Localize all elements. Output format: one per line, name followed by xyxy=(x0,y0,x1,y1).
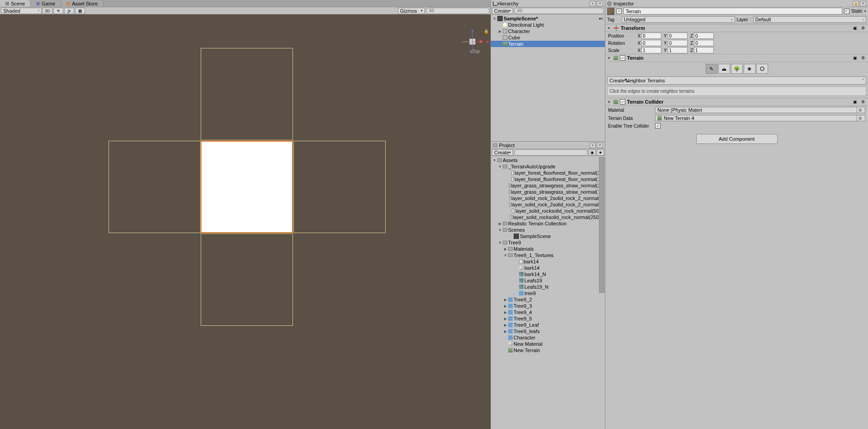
scale-x-input[interactable] xyxy=(642,47,661,53)
expand-icon[interactable]: ▶ xyxy=(503,247,508,251)
expand-icon[interactable]: ▼ xyxy=(492,17,497,21)
picker-icon[interactable]: ⊙ xyxy=(857,107,863,113)
collider-enabled-checkbox[interactable] xyxy=(620,99,625,105)
expand-icon[interactable]: ▶ xyxy=(503,317,508,321)
project-item[interactable]: layer_solid_rock_2solid_rock_2_normal(2 xyxy=(491,201,605,208)
add-component-button[interactable]: Add Component xyxy=(696,134,778,144)
project-item[interactable]: ▼Scenes xyxy=(491,227,605,233)
effects-toggle[interactable]: ▦ xyxy=(75,8,85,14)
project-item[interactable]: ▶Tree9_2 xyxy=(491,296,605,303)
gizmos-dropdown[interactable]: Gizmos▾ xyxy=(398,8,425,14)
scale-z-input[interactable] xyxy=(694,47,714,53)
2d-toggle[interactable]: 2D xyxy=(42,8,52,14)
gear-icon[interactable]: ⚙ xyxy=(860,25,866,31)
tab-asset-store[interactable]: Asset Store xyxy=(61,0,104,7)
project-item[interactable]: layer_solid_rocksolid_rock_normal(50.0 xyxy=(491,208,605,214)
terrain-component-header[interactable]: ▼ Terrain ▣ ⚙ xyxy=(605,54,868,62)
layer-dropdown[interactable]: Default÷ xyxy=(753,16,867,23)
terrain-tool-settings[interactable] xyxy=(756,64,768,74)
tab-scene[interactable]: Scene xyxy=(0,0,31,7)
project-item[interactable]: ▼Tree9 xyxy=(491,239,605,246)
tag-dropdown[interactable]: Untagged÷ xyxy=(622,16,735,23)
hierarchy-item-cube[interactable]: Cube xyxy=(491,34,605,41)
project-item[interactable]: Leafs19 xyxy=(491,277,605,284)
project-item[interactable]: layer_solid_rocksolid_rock_normal(250.0 xyxy=(491,214,605,220)
static-checkbox[interactable] xyxy=(844,9,849,14)
project-item[interactable]: layer_forest_floorforest_floor_normal(25 xyxy=(491,170,605,176)
rotation-y-input[interactable] xyxy=(668,40,688,46)
expand-icon[interactable]: ▶ xyxy=(497,29,503,33)
terrain-tool-neighbor[interactable]: ✎ xyxy=(706,64,717,74)
scene-dropdown-icon[interactable]: ▾≡ xyxy=(599,17,603,21)
project-item[interactable]: SampleScene xyxy=(491,233,605,239)
expand-icon[interactable]: ▼ xyxy=(503,253,508,257)
project-item[interactable]: ▶Tree9_Leaf xyxy=(491,322,605,328)
position-z-input[interactable] xyxy=(694,33,714,39)
project-item[interactable]: ▶Tree9_leafs xyxy=(491,328,605,334)
project-scrollbar[interactable] xyxy=(599,156,605,429)
project-item[interactable]: Leafs19_N xyxy=(491,284,605,290)
hierarchy-lock-icon[interactable]: ▪ xyxy=(590,1,596,6)
expand-icon[interactable]: ▼ xyxy=(607,26,612,30)
project-search-input[interactable] xyxy=(514,149,588,156)
expand-icon[interactable]: ▶ xyxy=(503,298,508,302)
project-item[interactable]: ▶Materials xyxy=(491,246,605,252)
project-item[interactable]: bark14 xyxy=(491,258,605,265)
expand-icon[interactable]: ▼ xyxy=(497,241,503,245)
expand-icon[interactable]: ▼ xyxy=(497,228,503,232)
hierarchy-create-button[interactable]: Create ▾ xyxy=(492,8,513,14)
terrain-neighbor-left[interactable] xyxy=(108,141,201,233)
collider-material-field[interactable]: None (Physic Materi⊙ xyxy=(655,107,865,113)
tree-collider-checkbox[interactable] xyxy=(655,123,660,129)
terrain-tool-trees[interactable]: 🌳 xyxy=(731,64,743,74)
object-name-input[interactable] xyxy=(623,8,842,14)
terrain-neighbor-top[interactable] xyxy=(201,48,293,140)
hierarchy-item-light[interactable]: Directional Light xyxy=(491,22,605,28)
scene-root[interactable]: ▼ SampleScene* ▾≡ xyxy=(491,15,605,22)
hierarchy-item-character[interactable]: ▶ Character xyxy=(491,28,605,34)
project-item[interactable]: tree9 xyxy=(491,290,605,296)
expand-icon[interactable]: ▼ xyxy=(492,158,497,162)
terrain-tool-paint[interactable]: ⛰ xyxy=(718,64,730,74)
static-dropdown-icon[interactable]: ▾ xyxy=(864,10,866,13)
project-item[interactable]: ▶Tree9_4 xyxy=(491,309,605,315)
project-item[interactable]: layer_grass_strawgrass_straw_normal(25 xyxy=(491,182,605,189)
project-item[interactable]: layer_forest_floorforest_floor_normal(10 xyxy=(491,176,605,182)
project-item[interactable]: New Material xyxy=(491,341,605,347)
inspector-menu-icon[interactable]: ≡ xyxy=(860,1,866,6)
tab-game[interactable]: Game xyxy=(31,0,61,7)
help-icon[interactable]: ▣ xyxy=(852,55,858,61)
expand-icon[interactable]: ▶ xyxy=(497,222,503,226)
terrain-neighbor-bottom[interactable] xyxy=(201,234,293,326)
project-item[interactable]: Character xyxy=(491,334,605,341)
expand-icon[interactable]: ▼ xyxy=(607,100,612,104)
hierarchy-menu-icon[interactable]: ≡ xyxy=(597,1,603,6)
project-star-icon[interactable]: ★ xyxy=(597,149,604,156)
help-icon[interactable]: ▣ xyxy=(852,25,858,31)
shading-dropdown[interactable]: Shaded÷ xyxy=(1,8,42,14)
audio-toggle[interactable]: 🔊 xyxy=(64,8,74,14)
scene-search-input[interactable] xyxy=(426,8,490,14)
project-create-button[interactable]: Create ▾ xyxy=(492,149,513,156)
scale-y-input[interactable] xyxy=(668,47,688,53)
terrain-selected[interactable] xyxy=(201,141,293,233)
rotation-z-input[interactable] xyxy=(694,40,714,46)
scene-view[interactable]: 🔓 z x ≤Top xyxy=(0,14,491,429)
project-filter-icon[interactable]: ◉ xyxy=(589,149,596,156)
project-item[interactable]: ▶Tree9_3 xyxy=(491,303,605,309)
object-enabled-checkbox[interactable] xyxy=(616,9,622,14)
expand-icon[interactable]: ▼ xyxy=(497,165,503,169)
project-item[interactable]: bark14 xyxy=(491,265,605,271)
terrain-neighbor-right[interactable] xyxy=(293,141,386,233)
expand-icon[interactable]: ▼ xyxy=(607,56,612,60)
terrain-tool-details[interactable]: ❀ xyxy=(744,64,755,74)
inspector-lock-icon[interactable]: 🔒 xyxy=(853,1,859,6)
terrain-collider-header[interactable]: ▼ Terrain Collider ▣ ⚙ xyxy=(605,98,868,106)
terrain-data-field[interactable]: New Terrain 4⊙ xyxy=(655,115,865,121)
hierarchy-item-terrain[interactable]: Terrain xyxy=(491,41,605,47)
hierarchy-search-input[interactable] xyxy=(514,8,604,14)
help-icon[interactable]: ▣ xyxy=(852,99,858,105)
project-item[interactable]: ▼_TerrainAutoUpgrade xyxy=(491,163,605,170)
project-item[interactable]: bark14_N xyxy=(491,271,605,277)
expand-icon[interactable]: ▶ xyxy=(503,323,508,327)
